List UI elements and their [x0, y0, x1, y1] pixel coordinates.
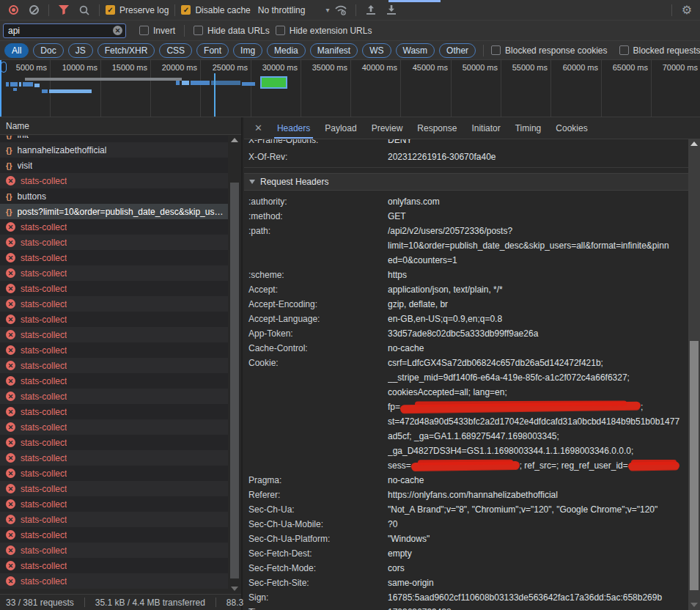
checkbox-unchecked-icon	[139, 26, 149, 35]
hide-data-urls-checkbox[interactable]: Hide data URLs	[194, 26, 270, 36]
request-row[interactable]: ✕stats-collect	[0, 358, 228, 373]
header-value: /api2/v2/users/20572336/posts?limit=10&o…	[388, 224, 688, 268]
request-row[interactable]: ✕stats-collect	[0, 327, 228, 342]
timeline-tick-label: 65000 ms	[597, 63, 648, 72]
request-row[interactable]: ✕stats-collect	[0, 373, 228, 389]
tab-headers[interactable]: Headers	[270, 117, 317, 139]
request-row[interactable]: {}posts?limit=10&order=publish_date_desc…	[0, 204, 228, 219]
request-name: stats-collect	[21, 268, 67, 279]
tab-timing[interactable]: Timing	[508, 117, 549, 139]
clear-button[interactable]	[25, 1, 43, 19]
search-icon[interactable]	[75, 1, 93, 19]
failed-request-icon: ✕	[6, 268, 15, 278]
request-headers-section[interactable]: Request Headers	[244, 173, 688, 191]
invert-checkbox[interactable]: Invert	[139, 26, 175, 36]
header-value: DENY	[388, 139, 688, 147]
filter-pill-manifest[interactable]: Manifest	[310, 43, 358, 58]
filter-pill-fetch-xhr[interactable]: Fetch/XHR	[97, 43, 155, 58]
scrollbar-thumb[interactable]	[690, 341, 699, 590]
scroll-up-icon[interactable]	[231, 138, 238, 142]
filter-input[interactable]: api ✕	[3, 23, 126, 38]
filter-pill-all[interactable]: All	[4, 43, 29, 58]
request-row[interactable]: {}buttons	[0, 188, 228, 204]
header-value: "Not_A Brand";v="8", "Chromium";v="120",…	[388, 502, 688, 517]
filter-pill-media[interactable]: Media	[267, 43, 306, 58]
blocked-requests-checkbox[interactable]: Blocked requests	[619, 45, 700, 56]
scroll-down-icon[interactable]	[690, 603, 698, 607]
filter-pill-doc[interactable]: Doc	[33, 43, 63, 58]
request-name: stats-collect	[21, 530, 67, 540]
filter-pill-css[interactable]: CSS	[159, 43, 192, 58]
request-row[interactable]: ✕stats-collect	[0, 527, 228, 543]
filter-pill-font[interactable]: Font	[196, 43, 229, 58]
export-har-icon[interactable]	[383, 1, 400, 19]
filter-icon[interactable]	[55, 1, 73, 19]
name-column-header[interactable]: Name	[0, 117, 241, 135]
request-row[interactable]: {}init	[0, 136, 228, 142]
tab-response[interactable]: Response	[410, 117, 464, 139]
request-header-row: Pragma:no-cache	[244, 473, 688, 488]
request-count: 33 / 381 requests	[6, 598, 74, 608]
request-row[interactable]: ✕stats-collect	[0, 404, 228, 419]
request-row[interactable]: ✕stats-collect	[0, 573, 228, 589]
request-row[interactable]: ✕stats-collect	[0, 250, 228, 265]
failed-request-icon: ✕	[6, 499, 15, 509]
request-row[interactable]: {}visit	[0, 158, 228, 173]
request-row[interactable]: ✕stats-collect	[0, 342, 228, 358]
header-value-line: sess=; ref_src=; reg_ref_user_id=	[388, 458, 684, 473]
tab-payload[interactable]: Payload	[317, 117, 364, 139]
request-row[interactable]: ✕stats-collect	[0, 543, 228, 558]
request-row[interactable]: ✕stats-collect	[0, 435, 228, 450]
hide-extension-urls-checkbox[interactable]: Hide extension URLs	[276, 26, 372, 36]
request-row[interactable]: ✕stats-collect	[0, 235, 228, 250]
scrollbar-thumb[interactable]	[230, 183, 239, 578]
request-name: stats-collect	[21, 222, 67, 232]
request-row[interactable]: ✕stats-collect	[0, 466, 228, 481]
detail-scrollbar[interactable]	[688, 139, 700, 610]
throttling-dropdown[interactable]: No throttling ▾	[258, 5, 330, 15]
request-row[interactable]: ✕stats-collect	[0, 419, 228, 435]
request-header-row: :authority:onlyfans.com	[244, 194, 688, 209]
request-row[interactable]: ✕stats-collect	[0, 219, 228, 235]
scroll-down-icon[interactable]	[231, 587, 238, 591]
tab-initiator[interactable]: Initiator	[464, 117, 507, 139]
network-overview-timeline[interactable]: 5000 ms10000 ms15000 ms20000 ms25000 ms3…	[0, 60, 700, 117]
request-row[interactable]: ✕stats-collect	[0, 481, 228, 496]
failed-request-icon: ✕	[6, 222, 15, 232]
header-value: https://onlyfans.com/hannahelizabethoffi…	[388, 488, 688, 502]
settings-gear-icon[interactable]: ⚙	[678, 1, 696, 19]
record-button[interactable]	[4, 1, 22, 19]
header-value-line: https	[388, 268, 684, 282]
request-list-scrollbar[interactable]	[229, 136, 240, 594]
header-name: Sec-Fetch-Mode:	[244, 561, 388, 576]
request-row[interactable]: ✕stats-collect	[0, 389, 228, 404]
filter-pill-other[interactable]: Other	[439, 43, 476, 58]
filter-pill-wasm[interactable]: Wasm	[396, 43, 435, 58]
disable-cache-checkbox[interactable]: ✓ Disable cache	[181, 5, 250, 15]
request-row[interactable]: ✕stats-collect	[0, 558, 228, 573]
request-row[interactable]: ✕stats-collect	[0, 281, 228, 296]
request-name: stats-collect	[21, 284, 67, 294]
request-name: stats-collect	[21, 515, 67, 525]
filter-pill-ws[interactable]: WS	[362, 43, 391, 58]
network-conditions-icon[interactable]	[332, 1, 350, 19]
tab-cookies[interactable]: Cookies	[548, 117, 594, 139]
blocked-response-cookies-checkbox[interactable]: Blocked response cookies	[491, 45, 607, 56]
request-row[interactable]: ✕stats-collect	[0, 450, 228, 466]
request-row[interactable]: ✕stats-collect	[0, 496, 228, 512]
request-row[interactable]: ✕stats-collect	[0, 312, 228, 327]
request-header-row: Sec-Ch-Ua-Mobile:?0	[244, 517, 688, 532]
tab-preview[interactable]: Preview	[364, 117, 410, 139]
import-har-icon[interactable]	[362, 1, 380, 19]
filter-pill-img[interactable]: Img	[233, 43, 262, 58]
request-row[interactable]: ✕stats-collect	[0, 296, 228, 312]
request-row[interactable]: {}hannahelizabethofficial	[0, 142, 228, 158]
close-icon[interactable]: ✕	[244, 117, 270, 139]
preserve-log-checkbox[interactable]: ✓ Preserve log	[106, 5, 169, 15]
clear-filter-icon[interactable]: ✕	[113, 26, 122, 35]
request-row[interactable]: ✕stats-collect	[0, 265, 228, 281]
request-row[interactable]: ✕stats-collect	[0, 173, 228, 188]
scroll-up-icon[interactable]	[690, 142, 698, 146]
filter-pill-js[interactable]: JS	[68, 43, 93, 58]
request-row[interactable]: ✕stats-collect	[0, 512, 228, 527]
